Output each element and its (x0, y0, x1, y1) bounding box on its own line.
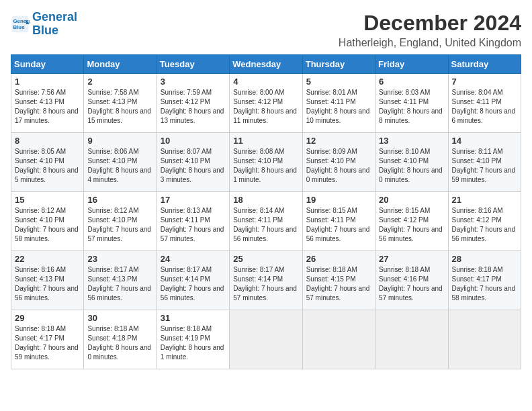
calendar-cell: 3Sunrise: 7:59 AMSunset: 4:12 PMDaylight… (157, 74, 229, 133)
calendar-cell (375, 310, 448, 369)
day-number: 25 (233, 254, 298, 264)
calendar-cell: 25Sunrise: 8:17 AMSunset: 4:14 PMDayligh… (230, 251, 302, 310)
day-info: Sunrise: 8:11 AMSunset: 4:10 PMDaylight:… (452, 147, 517, 185)
calendar-week-1: 1Sunrise: 7:56 AMSunset: 4:13 PMDaylight… (11, 74, 521, 133)
calendar-cell: 9Sunrise: 8:06 AMSunset: 4:10 PMDaylight… (84, 133, 157, 192)
day-info: Sunrise: 8:18 AMSunset: 4:15 PMDaylight:… (306, 265, 371, 303)
calendar-header-row: SundayMondayTuesdayWednesdayThursdayFrid… (11, 55, 521, 74)
day-info: Sunrise: 8:15 AMSunset: 4:11 PMDaylight:… (306, 206, 371, 244)
day-number: 21 (452, 195, 517, 205)
calendar-cell: 5Sunrise: 8:01 AMSunset: 4:11 PMDaylight… (302, 74, 375, 133)
day-info: Sunrise: 8:14 AMSunset: 4:11 PMDaylight:… (233, 206, 298, 244)
calendar-cell: 30Sunrise: 8:18 AMSunset: 4:18 PMDayligh… (84, 310, 157, 369)
day-info: Sunrise: 8:12 AMSunset: 4:10 PMDaylight:… (15, 206, 80, 244)
day-info: Sunrise: 8:18 AMSunset: 4:17 PMDaylight:… (452, 265, 517, 303)
day-info: Sunrise: 7:59 AMSunset: 4:12 PMDaylight:… (161, 88, 226, 126)
calendar-cell: 20Sunrise: 8:15 AMSunset: 4:12 PMDayligh… (375, 192, 448, 251)
calendar-cell: 19Sunrise: 8:15 AMSunset: 4:11 PMDayligh… (302, 192, 375, 251)
calendar-cell: 6Sunrise: 8:03 AMSunset: 4:11 PMDaylight… (375, 74, 448, 133)
calendar-week-2: 8Sunrise: 8:05 AMSunset: 4:10 PMDaylight… (11, 133, 521, 192)
calendar-week-3: 15Sunrise: 8:12 AMSunset: 4:10 PMDayligh… (11, 192, 521, 251)
calendar-cell (230, 310, 302, 369)
day-info: Sunrise: 7:56 AMSunset: 4:13 PMDaylight:… (15, 88, 80, 126)
day-number: 22 (15, 254, 80, 264)
day-number: 1 (15, 77, 80, 87)
day-number: 8 (15, 136, 80, 146)
day-info: Sunrise: 8:01 AMSunset: 4:11 PMDaylight:… (306, 88, 371, 126)
day-number: 12 (306, 136, 371, 146)
day-info: Sunrise: 8:09 AMSunset: 4:10 PMDaylight:… (306, 147, 371, 185)
logo-icon: General Blue (11, 15, 30, 34)
day-info: Sunrise: 8:18 AMSunset: 4:16 PMDaylight:… (379, 265, 444, 303)
calendar-cell: 15Sunrise: 8:12 AMSunset: 4:10 PMDayligh… (11, 192, 84, 251)
day-number: 27 (379, 254, 444, 264)
calendar-cell: 16Sunrise: 8:12 AMSunset: 4:10 PMDayligh… (84, 192, 157, 251)
day-number: 5 (306, 77, 371, 87)
calendar-week-4: 22Sunrise: 8:16 AMSunset: 4:13 PMDayligh… (11, 251, 521, 310)
calendar-cell: 2Sunrise: 7:58 AMSunset: 4:13 PMDaylight… (84, 74, 157, 133)
day-info: Sunrise: 8:15 AMSunset: 4:12 PMDaylight:… (379, 206, 444, 244)
calendar-cell: 14Sunrise: 8:11 AMSunset: 4:10 PMDayligh… (448, 133, 521, 192)
header-day-sunday: Sunday (11, 55, 84, 74)
title-area: December 2024 Hatherleigh, England, Unit… (339, 11, 521, 49)
day-number: 4 (233, 77, 298, 87)
logo: General Blue General Blue (11, 11, 77, 38)
day-number: 14 (452, 136, 517, 146)
calendar-cell: 10Sunrise: 8:07 AMSunset: 4:10 PMDayligh… (157, 133, 229, 192)
day-info: Sunrise: 8:12 AMSunset: 4:10 PMDaylight:… (87, 206, 152, 244)
day-info: Sunrise: 8:06 AMSunset: 4:10 PMDaylight:… (87, 147, 152, 185)
month-title: December 2024 (339, 11, 521, 36)
day-info: Sunrise: 8:08 AMSunset: 4:10 PMDaylight:… (233, 147, 298, 185)
calendar-cell: 8Sunrise: 8:05 AMSunset: 4:10 PMDaylight… (11, 133, 84, 192)
day-number: 23 (87, 254, 152, 264)
day-number: 15 (15, 195, 80, 205)
header-day-friday: Friday (375, 55, 448, 74)
day-info: Sunrise: 8:04 AMSunset: 4:11 PMDaylight:… (452, 88, 517, 126)
day-number: 10 (161, 136, 226, 146)
day-info: Sunrise: 8:03 AMSunset: 4:11 PMDaylight:… (379, 88, 444, 126)
header-day-monday: Monday (84, 55, 157, 74)
day-number: 13 (379, 136, 444, 146)
calendar-cell (448, 310, 521, 369)
day-info: Sunrise: 8:17 AMSunset: 4:14 PMDaylight:… (161, 265, 226, 303)
svg-text:Blue: Blue (13, 24, 26, 30)
day-info: Sunrise: 7:58 AMSunset: 4:13 PMDaylight:… (87, 88, 152, 126)
day-number: 31 (161, 313, 226, 323)
calendar-cell: 18Sunrise: 8:14 AMSunset: 4:11 PMDayligh… (230, 192, 302, 251)
day-info: Sunrise: 8:05 AMSunset: 4:10 PMDaylight:… (15, 147, 80, 185)
calendar-cell: 27Sunrise: 8:18 AMSunset: 4:16 PMDayligh… (375, 251, 448, 310)
day-number: 7 (452, 77, 517, 87)
day-info: Sunrise: 8:16 AMSunset: 4:12 PMDaylight:… (452, 206, 517, 244)
day-number: 29 (15, 313, 80, 323)
day-info: Sunrise: 8:16 AMSunset: 4:13 PMDaylight:… (15, 265, 80, 303)
logo-line2: Blue (32, 24, 58, 37)
day-number: 18 (233, 195, 298, 205)
calendar-cell: 23Sunrise: 8:17 AMSunset: 4:13 PMDayligh… (84, 251, 157, 310)
day-info: Sunrise: 8:07 AMSunset: 4:10 PMDaylight:… (161, 147, 226, 185)
day-info: Sunrise: 8:10 AMSunset: 4:10 PMDaylight:… (379, 147, 444, 185)
calendar-table: SundayMondayTuesdayWednesdayThursdayFrid… (11, 54, 521, 369)
location-title: Hatherleigh, England, United Kingdom (339, 37, 521, 49)
calendar-cell: 22Sunrise: 8:16 AMSunset: 4:13 PMDayligh… (11, 251, 84, 310)
day-number: 11 (233, 136, 298, 146)
calendar-week-5: 29Sunrise: 8:18 AMSunset: 4:17 PMDayligh… (11, 310, 521, 369)
header-day-wednesday: Wednesday (230, 55, 302, 74)
calendar-cell: 12Sunrise: 8:09 AMSunset: 4:10 PMDayligh… (302, 133, 375, 192)
calendar-cell: 13Sunrise: 8:10 AMSunset: 4:10 PMDayligh… (375, 133, 448, 192)
day-number: 20 (379, 195, 444, 205)
day-number: 30 (87, 313, 152, 323)
calendar-cell: 11Sunrise: 8:08 AMSunset: 4:10 PMDayligh… (230, 133, 302, 192)
header: General Blue General Blue December 2024 … (11, 11, 521, 49)
day-number: 2 (87, 77, 152, 87)
day-info: Sunrise: 8:17 AMSunset: 4:13 PMDaylight:… (87, 265, 152, 303)
day-number: 26 (306, 254, 371, 264)
calendar-cell: 24Sunrise: 8:17 AMSunset: 4:14 PMDayligh… (157, 251, 229, 310)
calendar-cell: 29Sunrise: 8:18 AMSunset: 4:17 PMDayligh… (11, 310, 84, 369)
calendar-cell: 26Sunrise: 8:18 AMSunset: 4:15 PMDayligh… (302, 251, 375, 310)
day-number: 16 (87, 195, 152, 205)
calendar-cell: 1Sunrise: 7:56 AMSunset: 4:13 PMDaylight… (11, 74, 84, 133)
day-info: Sunrise: 8:17 AMSunset: 4:14 PMDaylight:… (233, 265, 298, 303)
day-number: 9 (87, 136, 152, 146)
day-info: Sunrise: 8:00 AMSunset: 4:12 PMDaylight:… (233, 88, 298, 126)
calendar-cell: 7Sunrise: 8:04 AMSunset: 4:11 PMDaylight… (448, 74, 521, 133)
